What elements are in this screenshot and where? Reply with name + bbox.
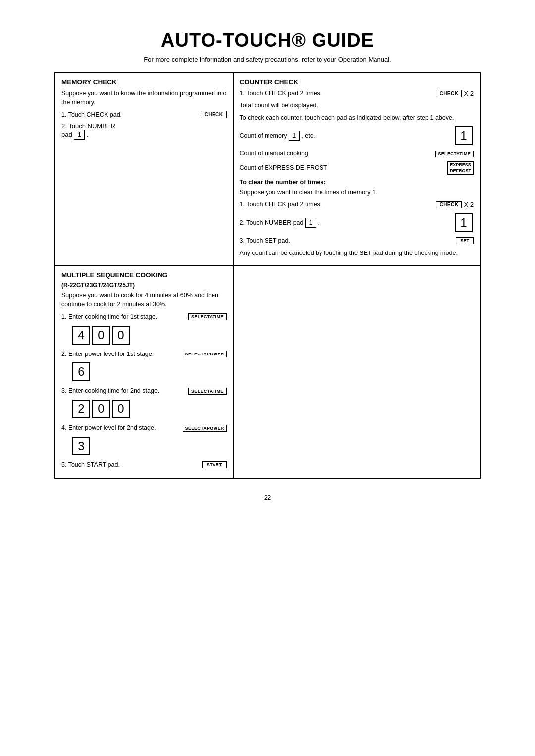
ms-step4-text: 4. Enter power level for 2nd stage.	[61, 423, 178, 433]
check-x2-group-1: CHECK X 2	[436, 90, 474, 97]
clear-step1-btn-container: CHECK X 2	[436, 201, 474, 208]
memory-check-section: MEMORY CHECK Suppose you want to know th…	[55, 73, 234, 265]
ms-step1-digit2: 0	[92, 326, 110, 345]
ms-step3-container: 3. Enter cooking time for 2nd stage. SEL…	[61, 386, 227, 419]
ms-step5-row: 5. Touch START pad. START	[61, 460, 227, 470]
multiple-sequence-intro: Suppose you want to cook for 4 minutes a…	[61, 291, 227, 309]
count-memory-digit-container: 1	[454, 125, 474, 146]
ms-step3-digit3: 0	[112, 400, 130, 418]
clear-num: 1	[305, 218, 316, 228]
bottom-right-empty	[234, 266, 480, 477]
ms-step2-row: 2. Enter power level for 1st stage. SELE…	[61, 350, 227, 359]
count-memory-text: Count of memory 1 , etc.	[240, 131, 449, 141]
ms-step2-digit1: 6	[72, 362, 90, 381]
counter-check-title: COUNTER CHECK	[240, 78, 474, 86]
set-button: SET	[456, 237, 474, 244]
memory-check-intro: Suppose you want to know the information…	[61, 89, 227, 107]
memory-check-title: MEMORY CHECK	[61, 78, 227, 86]
multiple-sequence-subtitle: (R-22GT/23GT/24GT/25JT)	[61, 282, 227, 289]
count-manual-row: Count of manual cooking SELECTATIME	[240, 149, 474, 158]
memory-check-step1-text: 1. Touch CHECK pad.	[61, 110, 196, 120]
ms-step3-digit2: 0	[92, 400, 110, 418]
clear-note: Any count can be canceled by touching th…	[240, 249, 474, 258]
count-memory-digit: 1	[455, 126, 473, 145]
ms-step1-digit1: 4	[72, 326, 90, 345]
clear-title: To clear the number of times:	[240, 179, 474, 186]
ms-step3-text: 3. Enter cooking time for 2nd stage.	[61, 386, 183, 396]
count-manual-text: Count of manual cooking	[240, 149, 430, 158]
ms-step5-text: 5. Touch START pad.	[61, 460, 197, 470]
guide-box: MEMORY CHECK Suppose you want to know th…	[54, 72, 481, 479]
ms-step2-text: 2. Enter power level for 1st stage.	[61, 350, 178, 359]
ms-step1-text: 1. Enter cooking time for 1st stage.	[61, 312, 183, 322]
counter-check-instruction: To check each counter, touch each pad as…	[240, 113, 474, 123]
ms-step4-digit1: 3	[72, 437, 90, 455]
counter-check-step1-row: 1. Touch CHECK pad 2 times. CHECK X 2	[240, 89, 474, 98]
clear-step1-row: 1. Touch CHECK pad 2 times. CHECK X 2	[240, 200, 474, 209]
ms-step1-row: 1. Enter cooking time for 1st stage. SEL…	[61, 312, 227, 322]
page-subtitle: For more complete information and safety…	[54, 56, 481, 63]
check-button-clear: CHECK	[436, 201, 462, 208]
memory-check-step2-text: 2. Touch NUMBER	[61, 122, 115, 130]
ms-step2-container: 2. Enter power level for 1st stage. SELE…	[61, 350, 227, 383]
ms-step3-digits: 2 0 0	[71, 399, 227, 419]
defrost-label: DEFROST	[450, 168, 471, 174]
counter-check-section: COUNTER CHECK 1. Touch CHECK pad 2 times…	[234, 73, 480, 265]
clear-step2-row: 2. Touch NUMBER pad 1 . 1	[240, 212, 474, 233]
ms-step3-row: 3. Enter cooking time for 2nd stage. SEL…	[61, 386, 227, 396]
clear-step1-text: 1. Touch CHECK pad 2 times.	[240, 200, 431, 209]
ms-step2-btn-container: SELECTAPOWER	[183, 351, 227, 357]
bottom-section: MULTIPLE SEQUENCE COOKING (R-22GT/23GT/2…	[55, 265, 480, 477]
multiple-sequence-title: MULTIPLE SEQUENCE COOKING	[61, 271, 227, 279]
selectatime-button-step1: SELECTATIME	[188, 313, 226, 320]
memory-check-step2-num: 1	[74, 130, 85, 140]
count-memory-num: 1	[289, 131, 300, 141]
check-button-memory: CHECK	[201, 111, 226, 118]
clear-step3-text: 3. Touch SET pad.	[240, 236, 451, 246]
memory-check-step2: 2. Touch NUMBER pad 1 .	[61, 122, 227, 140]
selectapower-button-step4: SELECTAPOWER	[183, 425, 227, 432]
clear-set-btn-container: SET	[456, 237, 474, 244]
clear-step2-text: 2. Touch NUMBER pad 1 .	[240, 218, 449, 228]
memory-check-step2-dot: .	[87, 131, 89, 138]
memory-check-step2-pad: pad	[61, 131, 72, 138]
ms-step4-btn-container: SELECTAPOWER	[183, 425, 227, 432]
express-defrost-button: EXPRESS DEFROST	[447, 161, 474, 175]
ms-step4-digit: 3	[71, 436, 227, 456]
count-memory-etc: , etc.	[301, 132, 315, 139]
ms-step1-digits: 4 0 0	[71, 325, 227, 346]
page-title: AUTO-TOUCH® GUIDE	[54, 30, 481, 51]
top-section: MEMORY CHECK Suppose you want to know th…	[55, 73, 480, 265]
memory-check-step1-btn-container: CHECK	[201, 111, 226, 118]
clear-digit: 1	[455, 213, 473, 232]
ms-step5-btn-container: START	[202, 461, 227, 468]
ms-step3-btn-container: SELECTATIME	[188, 388, 226, 395]
clear-step3-row: 3. Touch SET pad. SET	[240, 236, 474, 246]
count-express-text: Count of EXPRESS DE-FROST	[240, 163, 442, 173]
ms-step4-row: 4. Enter power level for 2nd stage. SELE…	[61, 423, 227, 433]
counter-check-step1-btn-container: CHECK X 2	[436, 90, 474, 97]
count-manual-btn-container: SELECTATIME	[435, 151, 474, 157]
page-number: 22	[54, 494, 481, 501]
ms-step1-btn-container: SELECTATIME	[188, 313, 226, 320]
start-button: START	[202, 461, 227, 468]
count-express-btn-container: EXPRESS DEFROST	[447, 161, 474, 175]
x2-label-2: X 2	[464, 201, 474, 208]
ms-step1-container: 1. Enter cooking time for 1st stage. SEL…	[61, 312, 227, 346]
clear-step2-label: 2. Touch NUMBER pad	[240, 219, 304, 226]
count-memory-label: Count of memory	[240, 132, 287, 139]
selectatime-button-step3: SELECTATIME	[188, 388, 226, 395]
count-express-row: Count of EXPRESS DE-FROST EXPRESS DEFROS…	[240, 161, 474, 175]
ms-step2-digit: 6	[71, 361, 227, 382]
count-memory-row: Count of memory 1 , etc. 1	[240, 125, 474, 146]
clear-digit-container: 1	[454, 212, 474, 233]
selectapower-button-step2: SELECTAPOWER	[183, 351, 227, 357]
selectatime-button-manual: SELECTATIME	[435, 151, 474, 157]
ms-step3-digit1: 2	[72, 400, 90, 418]
clear-intro: Suppose you want to clear the times of m…	[240, 188, 474, 197]
x2-label-1: X 2	[464, 90, 474, 97]
ms-step4-container: 4. Enter power level for 2nd stage. SELE…	[61, 423, 227, 456]
memory-check-step1-row: 1. Touch CHECK pad. CHECK	[61, 110, 227, 120]
ms-step1-digit3: 0	[112, 326, 130, 345]
check-button-counter: CHECK	[436, 90, 462, 97]
